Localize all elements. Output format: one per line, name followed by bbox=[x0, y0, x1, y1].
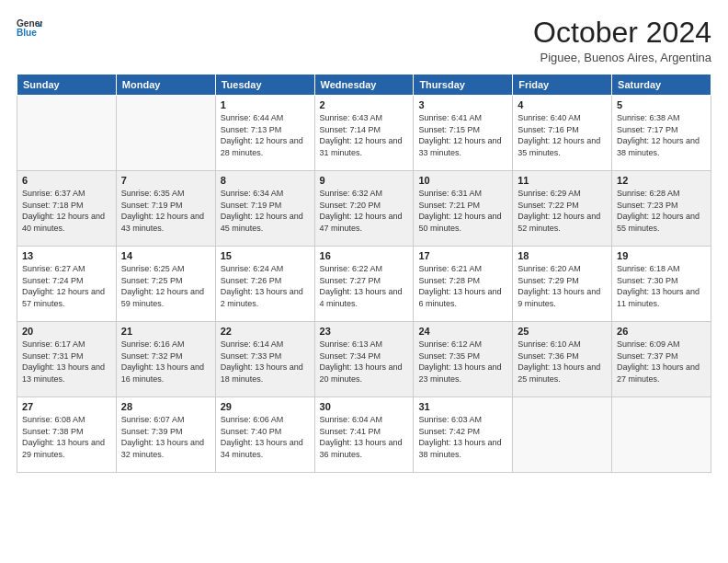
day-number: 27 bbox=[22, 401, 111, 412]
calendar-cell: 3Sunrise: 6:41 AMSunset: 7:15 PMDaylight… bbox=[414, 96, 513, 171]
day-number: 28 bbox=[121, 401, 210, 412]
day-number: 25 bbox=[518, 326, 607, 337]
day-info: Sunrise: 6:06 AMSunset: 7:40 PMDaylight:… bbox=[221, 414, 310, 460]
weekday-header-saturday: Saturday bbox=[612, 75, 711, 96]
day-number: 17 bbox=[418, 250, 507, 261]
day-number: 24 bbox=[418, 326, 507, 337]
day-info: Sunrise: 6:18 AMSunset: 7:30 PMDaylight:… bbox=[617, 263, 706, 309]
day-info: Sunrise: 6:14 AMSunset: 7:33 PMDaylight:… bbox=[221, 339, 310, 385]
day-info: Sunrise: 6:07 AMSunset: 7:39 PMDaylight:… bbox=[121, 414, 210, 460]
day-info: Sunrise: 6:17 AMSunset: 7:31 PMDaylight:… bbox=[22, 339, 111, 385]
calendar-cell bbox=[513, 397, 612, 473]
calendar-cell: 22Sunrise: 6:14 AMSunset: 7:33 PMDayligh… bbox=[215, 322, 314, 397]
day-info: Sunrise: 6:38 AMSunset: 7:17 PMDaylight:… bbox=[617, 112, 706, 158]
calendar-cell: 29Sunrise: 6:06 AMSunset: 7:40 PMDayligh… bbox=[215, 397, 314, 473]
day-number: 15 bbox=[221, 250, 310, 261]
calendar-cell bbox=[116, 96, 215, 171]
day-info: Sunrise: 6:21 AMSunset: 7:28 PMDaylight:… bbox=[418, 263, 507, 309]
day-number: 4 bbox=[518, 99, 607, 110]
day-info: Sunrise: 6:32 AMSunset: 7:20 PMDaylight:… bbox=[320, 188, 409, 234]
day-number: 19 bbox=[617, 250, 706, 261]
day-number: 10 bbox=[418, 175, 507, 186]
day-info: Sunrise: 6:22 AMSunset: 7:27 PMDaylight:… bbox=[320, 263, 409, 309]
day-info: Sunrise: 6:24 AMSunset: 7:26 PMDaylight:… bbox=[221, 263, 310, 309]
calendar-cell bbox=[612, 397, 711, 473]
day-info: Sunrise: 6:31 AMSunset: 7:21 PMDaylight:… bbox=[418, 188, 507, 234]
day-info: Sunrise: 6:37 AMSunset: 7:18 PMDaylight:… bbox=[22, 188, 111, 234]
day-info: Sunrise: 6:25 AMSunset: 7:25 PMDaylight:… bbox=[121, 263, 210, 309]
svg-text:Blue: Blue bbox=[17, 28, 37, 38]
day-number: 21 bbox=[121, 326, 210, 337]
day-info: Sunrise: 6:28 AMSunset: 7:23 PMDaylight:… bbox=[617, 188, 706, 234]
day-number: 18 bbox=[518, 250, 607, 261]
location: Piguee, Buenos Aires, Argentina bbox=[533, 51, 711, 64]
day-number: 3 bbox=[418, 99, 507, 110]
calendar-cell: 19Sunrise: 6:18 AMSunset: 7:30 PMDayligh… bbox=[612, 247, 711, 322]
logo-icon: General Blue bbox=[17, 17, 42, 42]
calendar-cell: 21Sunrise: 6:16 AMSunset: 7:32 PMDayligh… bbox=[116, 322, 215, 397]
weekday-header-monday: Monday bbox=[116, 75, 215, 96]
weekday-header-thursday: Thursday bbox=[414, 75, 513, 96]
weekday-header-wednesday: Wednesday bbox=[314, 75, 414, 96]
day-info: Sunrise: 6:40 AMSunset: 7:16 PMDaylight:… bbox=[518, 112, 607, 158]
day-number: 23 bbox=[320, 326, 409, 337]
calendar-cell: 28Sunrise: 6:07 AMSunset: 7:39 PMDayligh… bbox=[116, 397, 215, 473]
calendar-cell: 23Sunrise: 6:13 AMSunset: 7:34 PMDayligh… bbox=[314, 322, 414, 397]
header: General Blue October 2024 Piguee, Buenos… bbox=[17, 17, 711, 64]
day-number: 30 bbox=[320, 401, 409, 412]
calendar-cell: 13Sunrise: 6:27 AMSunset: 7:24 PMDayligh… bbox=[17, 247, 117, 322]
day-info: Sunrise: 6:13 AMSunset: 7:34 PMDaylight:… bbox=[320, 339, 409, 385]
weekday-header-sunday: Sunday bbox=[17, 75, 117, 96]
day-number: 14 bbox=[121, 250, 210, 261]
calendar-cell: 30Sunrise: 6:04 AMSunset: 7:41 PMDayligh… bbox=[314, 397, 414, 473]
weekday-header-tuesday: Tuesday bbox=[215, 75, 314, 96]
calendar-table: SundayMondayTuesdayWednesdayThursdayFrid… bbox=[17, 74, 711, 473]
calendar-cell: 31Sunrise: 6:03 AMSunset: 7:42 PMDayligh… bbox=[414, 397, 513, 473]
weekday-header-friday: Friday bbox=[513, 75, 612, 96]
day-number: 8 bbox=[221, 175, 310, 186]
page: General Blue October 2024 Piguee, Buenos… bbox=[0, 0, 728, 563]
calendar-cell bbox=[17, 96, 117, 171]
day-info: Sunrise: 6:10 AMSunset: 7:36 PMDaylight:… bbox=[518, 339, 607, 385]
calendar-cell: 5Sunrise: 6:38 AMSunset: 7:17 PMDaylight… bbox=[612, 96, 711, 171]
calendar-cell: 6Sunrise: 6:37 AMSunset: 7:18 PMDaylight… bbox=[17, 171, 117, 247]
calendar-cell: 12Sunrise: 6:28 AMSunset: 7:23 PMDayligh… bbox=[612, 171, 711, 247]
calendar-cell: 15Sunrise: 6:24 AMSunset: 7:26 PMDayligh… bbox=[215, 247, 314, 322]
day-info: Sunrise: 6:35 AMSunset: 7:19 PMDaylight:… bbox=[121, 188, 210, 234]
day-number: 7 bbox=[121, 175, 210, 186]
calendar-cell: 4Sunrise: 6:40 AMSunset: 7:16 PMDaylight… bbox=[513, 96, 612, 171]
day-number: 20 bbox=[22, 326, 111, 337]
day-info: Sunrise: 6:16 AMSunset: 7:32 PMDaylight:… bbox=[121, 339, 210, 385]
calendar-cell: 27Sunrise: 6:08 AMSunset: 7:38 PMDayligh… bbox=[17, 397, 117, 473]
day-info: Sunrise: 6:44 AMSunset: 7:13 PMDaylight:… bbox=[221, 112, 310, 158]
calendar-cell: 16Sunrise: 6:22 AMSunset: 7:27 PMDayligh… bbox=[314, 247, 414, 322]
calendar-cell: 25Sunrise: 6:10 AMSunset: 7:36 PMDayligh… bbox=[513, 322, 612, 397]
logo: General Blue bbox=[17, 17, 42, 42]
day-number: 31 bbox=[418, 401, 507, 412]
calendar-cell: 18Sunrise: 6:20 AMSunset: 7:29 PMDayligh… bbox=[513, 247, 612, 322]
day-number: 5 bbox=[617, 99, 706, 110]
calendar-cell: 17Sunrise: 6:21 AMSunset: 7:28 PMDayligh… bbox=[414, 247, 513, 322]
day-number: 6 bbox=[22, 175, 111, 186]
calendar-cell: 10Sunrise: 6:31 AMSunset: 7:21 PMDayligh… bbox=[414, 171, 513, 247]
month-title: October 2024 bbox=[533, 17, 711, 49]
day-info: Sunrise: 6:20 AMSunset: 7:29 PMDaylight:… bbox=[518, 263, 607, 309]
title-block: October 2024 Piguee, Buenos Aires, Argen… bbox=[533, 17, 711, 64]
day-info: Sunrise: 6:29 AMSunset: 7:22 PMDaylight:… bbox=[518, 188, 607, 234]
day-number: 13 bbox=[22, 250, 111, 261]
day-info: Sunrise: 6:03 AMSunset: 7:42 PMDaylight:… bbox=[418, 414, 507, 460]
calendar-cell: 20Sunrise: 6:17 AMSunset: 7:31 PMDayligh… bbox=[17, 322, 117, 397]
calendar-cell: 2Sunrise: 6:43 AMSunset: 7:14 PMDaylight… bbox=[314, 96, 414, 171]
day-number: 22 bbox=[221, 326, 310, 337]
day-info: Sunrise: 6:34 AMSunset: 7:19 PMDaylight:… bbox=[221, 188, 310, 234]
calendar-cell: 24Sunrise: 6:12 AMSunset: 7:35 PMDayligh… bbox=[414, 322, 513, 397]
day-number: 2 bbox=[320, 99, 409, 110]
calendar-cell: 8Sunrise: 6:34 AMSunset: 7:19 PMDaylight… bbox=[215, 171, 314, 247]
day-number: 9 bbox=[320, 175, 409, 186]
day-info: Sunrise: 6:27 AMSunset: 7:24 PMDaylight:… bbox=[22, 263, 111, 309]
day-info: Sunrise: 6:09 AMSunset: 7:37 PMDaylight:… bbox=[617, 339, 706, 385]
calendar-cell: 1Sunrise: 6:44 AMSunset: 7:13 PMDaylight… bbox=[215, 96, 314, 171]
day-info: Sunrise: 6:43 AMSunset: 7:14 PMDaylight:… bbox=[320, 112, 409, 158]
day-info: Sunrise: 6:08 AMSunset: 7:38 PMDaylight:… bbox=[22, 414, 111, 460]
calendar-cell: 14Sunrise: 6:25 AMSunset: 7:25 PMDayligh… bbox=[116, 247, 215, 322]
